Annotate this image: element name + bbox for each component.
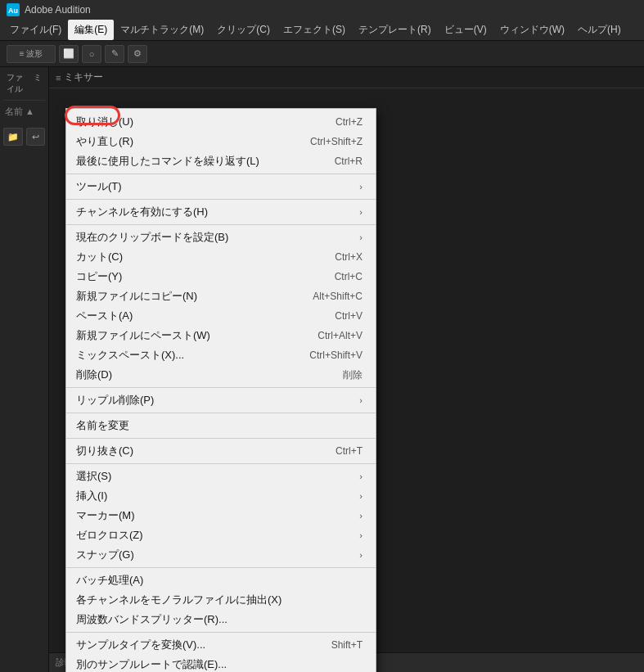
menu-item-tools[interactable]: ツール(T) ›: [66, 177, 376, 196]
menu-item-mixpaste[interactable]: ミックスペースト(X)... Ctrl+Shift+V: [66, 345, 376, 365]
mixer-label: ミキサー: [64, 70, 103, 84]
menu-item-paste-label: ペースト(A): [76, 309, 318, 323]
menu-item-setclipboard[interactable]: 現在のクリップボードを設定(B) ›: [66, 228, 376, 247]
toolbar-btn2[interactable]: ○: [82, 45, 101, 63]
app-title: Adobe Audition: [25, 4, 91, 16]
toolbar-wave-btn[interactable]: ≡ 波形: [7, 45, 56, 63]
menu-item-extractchannel[interactable]: 各チャンネルをモノラルファイルに抽出(X): [66, 590, 376, 610]
divider-1: [66, 174, 376, 174]
toolbar-btn1[interactable]: ⬜: [59, 45, 79, 63]
divider-4: [66, 387, 376, 388]
menu-item-undo[interactable]: 取り消し(U) Ctrl+Z: [66, 112, 376, 132]
clipboard-submenu-arrow: ›: [359, 232, 363, 242]
menu-item-cut-label: カット(C): [76, 250, 318, 264]
menu-clip[interactable]: クリップ(C): [210, 20, 277, 40]
channel-submenu-arrow: ›: [359, 207, 363, 217]
menu-item-sampletype-shortcut: Shift+T: [331, 639, 363, 651]
menu-item-insert[interactable]: 挿入(I) ›: [66, 486, 376, 506]
zerocross-submenu-arrow: ›: [359, 530, 363, 540]
sidebar-tabs: ファイル ミ: [3, 70, 45, 97]
menu-item-undo-shortcut: Ctrl+Z: [336, 116, 363, 128]
sidebar-tab-mixer[interactable]: ミ: [30, 70, 45, 97]
menu-item-sampletype[interactable]: サンプルタイプを変換(V)... Shift+T: [66, 635, 376, 655]
edit-dropdown-menu: 取り消し(U) Ctrl+Z やり直し(R) Ctrl+Shift+Z 最後に使…: [65, 108, 376, 672]
menu-item-snap-label: スナップ(G): [76, 548, 353, 562]
divider-9: [66, 632, 376, 633]
menu-item-delete[interactable]: 削除(D) 削除: [66, 365, 376, 385]
menu-template[interactable]: テンプレート(R): [352, 20, 438, 40]
menu-item-copy[interactable]: コピー(Y) Ctrl+C: [66, 267, 376, 286]
menu-item-redo-label: やり直し(R): [76, 134, 294, 149]
main-area: ファイル ミ 名前 ▲ 📁 ↩ ≡ ミキサー 診断 取り消し(U) Ctrl+Z…: [0, 67, 644, 672]
sidebar-add-btn[interactable]: 📁: [3, 128, 23, 146]
rippledelete-submenu-arrow: ›: [359, 395, 363, 405]
menu-effects[interactable]: エフェクト(S): [277, 20, 352, 40]
menu-item-undo-label: 取り消し(U): [76, 115, 319, 129]
menu-item-setclipboard-label: 現在のクリップボードを設定(B): [76, 230, 353, 245]
title-bar: Au Adobe Audition: [0, 0, 644, 20]
menu-item-cut[interactable]: カット(C) Ctrl+X: [66, 247, 376, 267]
menu-item-tools-label: ツール(T): [76, 179, 353, 194]
menu-item-mixpaste-label: ミックスペースト(X)...: [76, 348, 293, 363]
divider-5: [66, 413, 376, 413]
menu-item-channel[interactable]: チャンネルを有効にする(H) ›: [66, 202, 376, 222]
select-submenu-arrow: ›: [359, 471, 363, 481]
menu-help[interactable]: ヘルプ(H): [571, 20, 628, 40]
menu-item-select[interactable]: 選択(S) ›: [66, 467, 376, 486]
divider-2: [66, 199, 376, 200]
menu-item-zerocross[interactable]: ゼロクロス(Z) ›: [66, 525, 376, 545]
menu-item-rippledelete-label: リップル削除(P): [76, 393, 353, 408]
menu-item-paste[interactable]: ペースト(A) Ctrl+V: [66, 306, 376, 326]
toolbar-btn3[interactable]: ✎: [105, 45, 124, 63]
menu-item-pastenew[interactable]: 新規ファイルにペースト(W) Ctrl+Alt+V: [66, 326, 376, 345]
menu-item-bandsplitter[interactable]: 周波数バンドスプリッター(R)...: [66, 610, 376, 629]
sidebar-remove-btn[interactable]: ↩: [26, 128, 46, 146]
menu-file[interactable]: ファイル(F): [3, 20, 68, 40]
toolbar-btn4[interactable]: ⚙: [128, 45, 147, 63]
menu-item-snap[interactable]: スナップ(G) ›: [66, 545, 376, 565]
menu-bar: ファイル(F) 編集(E) マルチトラック(M) クリップ(C) エフェクト(S…: [0, 20, 644, 41]
divider-7: [66, 463, 376, 464]
marker-submenu-arrow: ›: [359, 511, 363, 521]
menu-item-trim[interactable]: 切り抜き(C) Ctrl+T: [66, 441, 376, 461]
menu-view[interactable]: ビュー(V): [438, 20, 493, 40]
menu-item-repeat[interactable]: 最後に使用したコマンドを繰り返す(L) Ctrl+R: [66, 151, 376, 171]
menu-item-trim-label: 切り抜き(C): [76, 444, 319, 458]
menu-item-channel-label: チャンネルを有効にする(H): [76, 205, 353, 219]
menu-item-insert-label: 挿入(I): [76, 489, 353, 503]
menu-item-select-label: 選択(S): [76, 469, 353, 484]
menu-item-sampletype-label: サンプルタイプを変換(V)...: [76, 638, 315, 652]
menu-multitrack[interactable]: マルチトラック(M): [114, 20, 210, 40]
sidebar-tab-file[interactable]: ファイル: [3, 70, 29, 97]
sidebar-sort-label: 名前 ▲: [3, 102, 45, 121]
menu-window[interactable]: ウィンドウ(W): [493, 20, 571, 40]
sidebar: ファイル ミ 名前 ▲ 📁 ↩: [0, 67, 49, 672]
menu-item-batch-label: バッチ処理(A): [76, 573, 363, 588]
menu-item-batch[interactable]: バッチ処理(A): [66, 571, 376, 590]
menu-item-copytonew[interactable]: 新規ファイルにコピー(N) Alt+Shift+C: [66, 286, 376, 306]
menu-item-zerocross-label: ゼロクロス(Z): [76, 528, 353, 543]
divider-3: [66, 224, 376, 225]
menu-item-marker-label: マーカー(M): [76, 508, 353, 523]
menu-item-copytonew-label: 新規ファイルにコピー(N): [76, 289, 296, 304]
snap-submenu-arrow: ›: [359, 550, 363, 560]
menu-item-copytonew-shortcut: Alt+Shift+C: [313, 291, 363, 302]
menu-item-mixpaste-shortcut: Ctrl+Shift+V: [309, 350, 363, 361]
menu-item-delete-shortcut: 削除: [343, 368, 363, 382]
menu-item-resample[interactable]: 別のサンプルレートで認識(E)...: [66, 655, 376, 672]
menu-item-rippledelete[interactable]: リップル削除(P) ›: [66, 390, 376, 410]
menu-item-trim-shortcut: Ctrl+T: [336, 445, 363, 457]
menu-item-pastenew-shortcut: Ctrl+Alt+V: [317, 330, 363, 341]
svg-text:Au: Au: [8, 7, 18, 15]
menu-edit[interactable]: 編集(E): [68, 20, 114, 40]
menu-item-rename-label: 名前を変更: [76, 418, 363, 433]
menu-item-pastenew-label: 新規ファイルにペースト(W): [76, 328, 301, 343]
menu-item-repeat-label: 最後に使用したコマンドを繰り返す(L): [76, 154, 318, 169]
menu-item-rename[interactable]: 名前を変更: [66, 416, 376, 435]
divider-8: [66, 567, 376, 568]
menu-item-copy-shortcut: Ctrl+C: [335, 271, 363, 282]
menu-item-repeat-shortcut: Ctrl+R: [335, 156, 363, 167]
menu-item-redo[interactable]: やり直し(R) Ctrl+Shift+Z: [66, 132, 376, 151]
menu-item-marker[interactable]: マーカー(M) ›: [66, 506, 376, 525]
menu-item-paste-shortcut: Ctrl+V: [335, 310, 363, 322]
